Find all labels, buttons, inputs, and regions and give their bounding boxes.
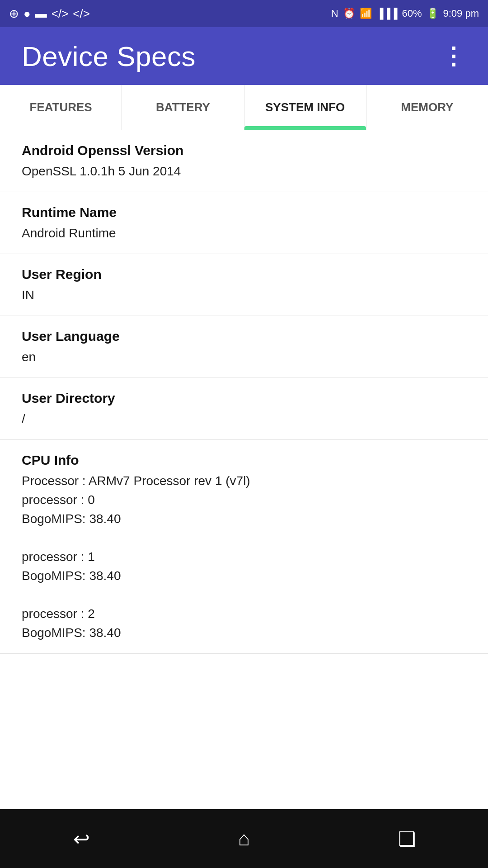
spec-user-region: User Region IN [0,254,488,316]
alarm-icon: ⏰ [343,8,355,19]
back-button[interactable]: ↩ [63,821,99,857]
whatsapp-icon: ● [23,7,31,21]
home-button[interactable]: ⌂ [226,821,262,857]
nfc-icon: N [331,8,338,19]
tab-system-info[interactable]: SYSTEM INFO [244,85,366,130]
tabs-container: FEATURES BATTERY SYSTEM INFO MEMORY [0,85,488,130]
tab-features[interactable]: FEATURES [0,85,122,130]
battery-percent: 60% [402,8,422,19]
tab-battery[interactable]: BATTERY [122,85,244,130]
app-bar: Device Specs ⋮ [0,27,488,85]
code-icon: </> [52,7,69,21]
overflow-menu-button[interactable]: ⋮ [441,42,466,70]
email-icon: ▬ [35,7,47,21]
recents-button[interactable]: ❑ [389,821,425,857]
time-display: 9:09 pm [443,8,479,19]
add-icon: ⊕ [9,7,19,21]
spec-openssl: Android Openssl Version OpenSSL 1.0.1h 5… [0,130,488,192]
spec-cpu-info: CPU Info Processor : ARMv7 Processor rev… [0,440,488,654]
status-bar: ⊕ ● ▬ </> </> N ⏰ 📶 ▐▐▐ 60% 🔋 9:09 pm [0,0,488,27]
bottom-navigation: ↩ ⌂ ❑ [0,809,488,868]
spec-user-language: User Language en [0,316,488,378]
wifi-icon: 📶 [360,8,372,19]
page-title: Device Specs [22,40,196,72]
battery-icon: 🔋 [427,8,439,19]
spec-user-directory: User Directory / [0,378,488,440]
content-area: Android Openssl Version OpenSSL 1.0.1h 5… [0,130,488,809]
spec-runtime: Runtime Name Android Runtime [0,192,488,254]
status-bar-right: N ⏰ 📶 ▐▐▐ 60% 🔋 9:09 pm [331,8,479,19]
signal-icon: ▐▐▐ [376,8,398,19]
code2-icon: </> [73,7,90,21]
tab-memory[interactable]: MEMORY [366,85,488,130]
status-bar-left: ⊕ ● ▬ </> </> [9,7,90,21]
